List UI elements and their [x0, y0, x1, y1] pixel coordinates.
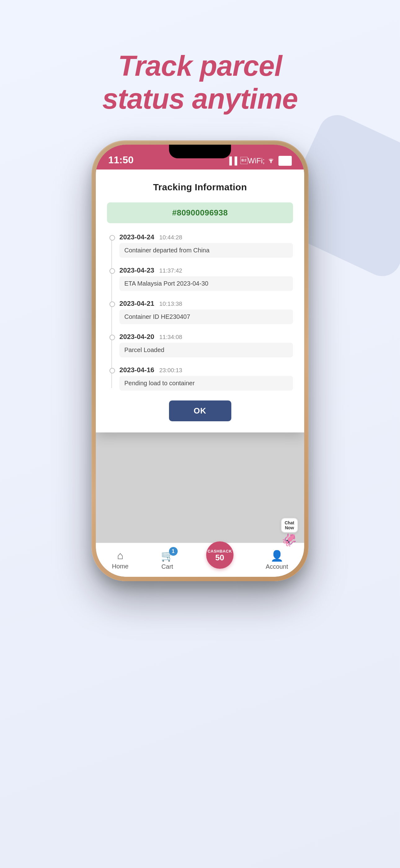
ok-button[interactable]: OK: [169, 400, 231, 421]
modal-overlay: Tracking Information #80900096938 2023-0…: [96, 169, 304, 542]
app-content: On Remark Parcel Product Name 包邮正版 四柱预测学…: [96, 169, 304, 542]
nav-account[interactable]: 👤 Account: [266, 550, 288, 570]
timeline-item-5: 2023-04-16 23:00:13 Pending load to cont…: [120, 366, 293, 391]
mascot-icon: 🦑: [281, 533, 298, 547]
phone-frame: 11:50 ▐▐ WiFi; 90: [92, 140, 308, 581]
phone-notch: [169, 145, 231, 158]
status-icons: ▐▐ WiFi; 90: [227, 156, 292, 166]
cashback-number: 50: [215, 554, 224, 562]
signal-icon: ▐▐: [227, 156, 237, 165]
svg-point-0: [270, 162, 272, 163]
timeline-date-3: 2023-04-21 10:13:38: [120, 300, 293, 308]
tracking-number-box: #80900096938: [107, 203, 293, 223]
page-title-line1: Track parcel: [102, 50, 298, 83]
timeline-desc-2: ETA Malaysia Port 2023-04-30: [120, 276, 293, 291]
nav-home[interactable]: ⌂ Home: [112, 550, 128, 570]
chat-bubble[interactable]: ChatNow: [281, 518, 298, 533]
timeline-dot-3: [109, 302, 115, 307]
battery-icon: 90: [278, 156, 292, 166]
page-title-area: Track parcel status anytime: [102, 50, 298, 116]
nav-cashback[interactable]: CASHBACK 50: [206, 551, 233, 569]
status-time: 11:50: [108, 154, 134, 166]
tracking-timeline: 2023-04-24 10:44:28 Container departed f…: [107, 233, 293, 391]
mascot-area: ChatNow 🦑: [281, 518, 298, 547]
account-label: Account: [266, 563, 288, 570]
timeline-item-1: 2023-04-24 10:44:28 Container departed f…: [120, 233, 293, 258]
page-title-line2: status anytime: [102, 83, 298, 116]
wifi-icon: WiFi;: [240, 156, 275, 165]
timeline-desc-5: Pending load to container: [120, 376, 293, 391]
phone-inner-frame: 11:50 ▐▐ WiFi; 90: [96, 145, 304, 577]
cashback-button[interactable]: CASHBACK 50: [206, 541, 233, 569]
timeline-item-3: 2023-04-21 10:13:38 Container ID HE23040…: [120, 300, 293, 324]
tracking-number: #80900096938: [172, 208, 228, 217]
cart-badge: 1: [169, 547, 178, 556]
timeline-desc-3: Container ID HE230407: [120, 310, 293, 324]
home-label: Home: [112, 563, 128, 570]
phone-screen: 11:50 ▐▐ WiFi; 90: [96, 145, 304, 577]
nav-cart[interactable]: 🛒 1 Cart: [161, 550, 174, 570]
timeline-date-1: 2023-04-24 10:44:28: [120, 233, 293, 241]
timeline-item-2: 2023-04-23 11:37:42 ETA Malaysia Port 20…: [120, 266, 293, 291]
account-icon: 👤: [270, 550, 284, 562]
timeline-date-4: 2023-04-20 11:34:08: [120, 333, 293, 341]
cart-wrapper: 🛒 1: [161, 550, 174, 562]
tracking-modal: Tracking Information #80900096938 2023-0…: [96, 169, 304, 432]
timeline-date-2: 2023-04-23 11:37:42: [120, 266, 293, 274]
timeline-desc-4: Parcel Loaded: [120, 343, 293, 357]
timeline-dot-4: [109, 335, 115, 340]
timeline-dot-2: [109, 268, 115, 274]
timeline-date-5: 2023-04-16 23:00:13: [120, 366, 293, 374]
timeline-dot-5: [109, 368, 115, 373]
timeline-desc-1: Container departed from China: [120, 243, 293, 258]
timeline-dot-1: [109, 235, 115, 241]
timeline-item-4: 2023-04-20 11:34:08 Parcel Loaded: [120, 333, 293, 357]
home-icon: ⌂: [117, 550, 124, 562]
modal-title: Tracking Information: [107, 182, 293, 192]
bottom-navigation: ⌂ Home 🛒 1 Cart CASHBACK 50: [96, 542, 304, 577]
phone-device: 11:50 ▐▐ WiFi; 90: [92, 140, 308, 581]
cart-label: Cart: [162, 563, 173, 570]
